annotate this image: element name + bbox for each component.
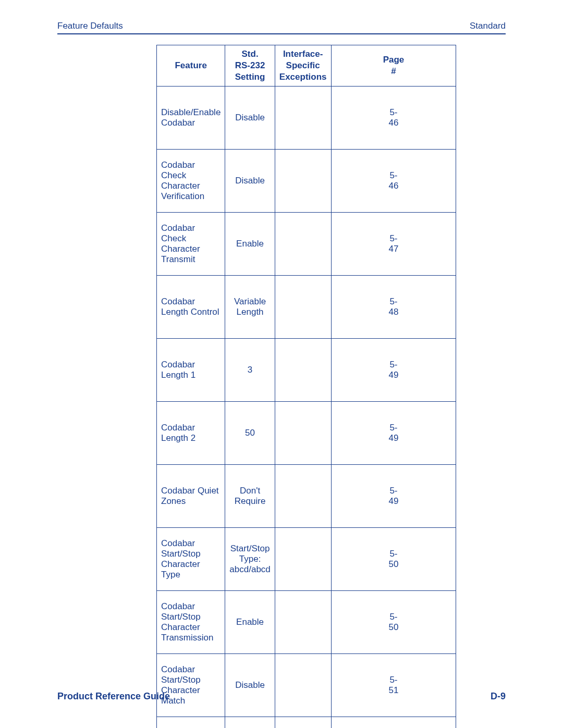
- cell-feature: Codabar Length 2: [157, 402, 225, 465]
- cell-setting: Don't Require: [225, 465, 275, 528]
- col-feature: Feature: [157, 45, 225, 87]
- cell-exceptions: [275, 591, 331, 654]
- cell-exceptions: [275, 150, 331, 213]
- page-header: Feature Defaults Standard: [57, 21, 506, 34]
- cell-setting: Disable: [225, 150, 275, 213]
- cell-exceptions: [275, 276, 331, 339]
- cell-exceptions: [275, 528, 331, 591]
- cell-exceptions: [275, 654, 331, 717]
- cell-setting: Disable: [225, 87, 275, 150]
- cell-setting: Disable: [225, 654, 275, 717]
- cell-exceptions: [275, 402, 331, 465]
- col-exceptions: Interface-SpecificExceptions: [275, 45, 331, 87]
- table-row: Codabar Check Character VerificationDisa…: [157, 150, 456, 213]
- footer-right: D-9: [491, 691, 506, 702]
- cell-feature: Codabar Start/Stop Character Match: [157, 654, 225, 717]
- feature-defaults-table: Feature Std.RS-232Setting Interface-Spec…: [156, 45, 456, 728]
- cell-page: 5-47: [331, 213, 456, 276]
- cell-exceptions: [275, 465, 331, 528]
- cell-setting: Enable: [225, 591, 275, 654]
- cell-page: 5-46: [331, 87, 456, 150]
- cell-page: 5-46: [331, 150, 456, 213]
- cell-setting: Start/Stop Type: abcd/abcd: [225, 528, 275, 591]
- col-page: Page#: [331, 45, 456, 87]
- table-row: Codabar Start/Stop Character TypeStart/S…: [157, 528, 456, 591]
- cell-setting: 50: [225, 402, 275, 465]
- table-row: Codabar Length ControlVariable Length5-4…: [157, 276, 456, 339]
- table-row: Disable/Enable CodabarDisable5-46: [157, 87, 456, 150]
- cell-exceptions: [275, 717, 331, 728]
- cell-setting: Variable Length: [225, 276, 275, 339]
- cell-feature: Codabar Check Character Verification: [157, 150, 225, 213]
- cell-feature: Disable/Enable Codabar: [157, 87, 225, 150]
- cell-feature: Codabar Check Character Transmit: [157, 213, 225, 276]
- cell-feature: Codabar Quiet Zones: [157, 465, 225, 528]
- feature-table-container: Feature Std.RS-232Setting Interface-Spec…: [156, 45, 407, 728]
- cell-setting: Enable: [225, 213, 275, 276]
- cell-page: 5-48: [331, 276, 456, 339]
- table-row: Codabar Length 2505-49: [157, 402, 456, 465]
- cell-feature: Codabar Stitching: [157, 717, 225, 728]
- cell-setting: 3: [225, 339, 275, 402]
- header-left: Feature Defaults: [57, 21, 123, 31]
- footer-left: Product Reference Guide: [57, 691, 170, 702]
- cell-page: 5-50: [331, 591, 456, 654]
- cell-page: 5-49: [331, 465, 456, 528]
- table-row: Codabar Quiet ZonesDon't Require5-49: [157, 465, 456, 528]
- table-header-row: Feature Std.RS-232Setting Interface-Spec…: [157, 45, 456, 87]
- cell-feature: Codabar Start/Stop Character Type: [157, 528, 225, 591]
- cell-feature: Codabar Length Control: [157, 276, 225, 339]
- cell-page: 5-50: [331, 528, 456, 591]
- header-right: Standard: [470, 21, 506, 31]
- cell-feature: Codabar Length 1: [157, 339, 225, 402]
- table-row: Codabar Check Character TransmitEnable5-…: [157, 213, 456, 276]
- cell-page: 5-49: [331, 339, 456, 402]
- cell-exceptions: [275, 339, 331, 402]
- cell-page: 5-51: [331, 654, 456, 717]
- table-row: Codabar Length 135-49: [157, 339, 456, 402]
- cell-page: 5-51: [331, 717, 456, 728]
- page-container: Feature Defaults Standard Feature Std.RS…: [0, 0, 563, 728]
- page-footer: Product Reference Guide D-9: [57, 691, 506, 702]
- table-row: Codabar StitchingDisable5-51: [157, 717, 456, 728]
- cell-feature: Codabar Start/Stop Character Transmissio…: [157, 591, 225, 654]
- cell-page: 5-49: [331, 402, 456, 465]
- col-setting: Std.RS-232Setting: [225, 45, 275, 87]
- cell-exceptions: [275, 87, 331, 150]
- cell-exceptions: [275, 213, 331, 276]
- table-body: Disable/Enable CodabarDisable5-46Codabar…: [157, 87, 456, 728]
- cell-setting: Disable: [225, 717, 275, 728]
- table-row: Codabar Start/Stop Character MatchDisabl…: [157, 654, 456, 717]
- table-row: Codabar Start/Stop Character Transmissio…: [157, 591, 456, 654]
